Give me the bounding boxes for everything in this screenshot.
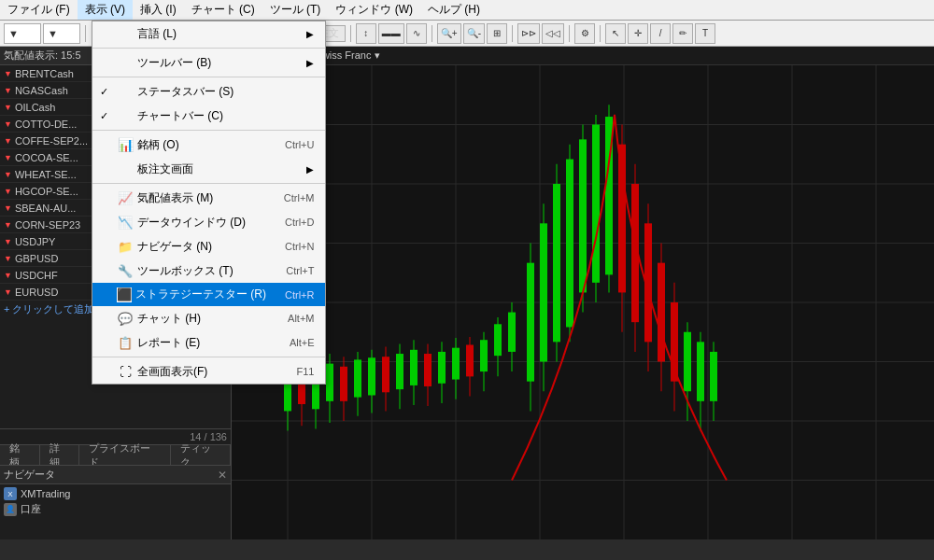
shortcut-label: Alt+M [288,313,314,324]
strategy-tester-icon: ⬛ [117,287,132,302]
menu-item-label: レポート (E) [137,335,271,351]
menu-datawindow[interactable]: 📉 データウインドウ (D) Ctrl+D [92,210,325,234]
menu-item-icon: 📁 [117,238,134,255]
menu-item-label: 銘柄 (O) [137,137,266,153]
menu-item-icon: 📉 [117,214,134,231]
menu-statusbar[interactable]: ✓ ステータスバー (S) [92,79,325,104]
shortcut-label: Ctrl+D [285,217,314,228]
menu-item-label: チャット (H) [137,311,269,327]
shortcut-label: Ctrl+U [285,139,314,150]
menu-orderbook[interactable]: 板注文画面 ▶ [92,157,325,181]
shortcut-label: Alt+E [290,337,315,348]
chat-icon: 💬 [117,310,134,327]
menu-item-label: ツールバー (B) [137,55,303,71]
menu-chartbar[interactable]: ✓ チャートバー (C) [92,104,325,128]
menu-separator [92,48,325,49]
menu-marketwatch[interactable]: 📈 気配値表示 (M) Ctrl+M [92,186,325,210]
shortcut-label: Ctrl+T [286,265,314,276]
menu-instruments[interactable]: 📊 銘柄 (O) Ctrl+U [92,133,325,157]
check-icon: ✓ [100,86,115,98]
menu-item-label: ナビゲータ (N) [137,239,266,255]
menu-item-label: 板注文画面 [137,161,303,177]
menu-item-label: チャートバー (C) [137,108,314,124]
menu-item-label: ステータスバー (S) [137,84,314,100]
menu-toolbox[interactable]: 🔧 ツールボックス (T) Ctrl+T [92,259,325,283]
submenu-arrow-icon: ▶ [306,164,314,175]
menu-item-label: 言語 (L) [137,26,303,42]
menu-navigator[interactable]: 📁 ナビゲータ (N) Ctrl+N [92,234,325,259]
menu-separator [92,130,325,131]
menu-item-icon [117,161,134,177]
check-icon: ✓ [100,110,115,122]
menu-item-icon: 🔧 [117,262,134,279]
fullscreen-icon: ⛶ [117,363,134,380]
shortcut-label: F11 [297,366,315,377]
menu-item-label: ストラテジーテスター (R) [135,287,266,302]
report-icon: 📋 [117,334,134,351]
menu-separator [92,183,325,184]
menu-separator [92,357,325,357]
dropdown-overlay: 言語 (L) ▶ ツールバー (B) ▶ ✓ ステータスバー (S) ✓ チャー… [0,0,934,560]
view-dropdown-menu: 言語 (L) ▶ ツールバー (B) ▶ ✓ ステータスバー (S) ✓ チャー… [92,21,326,385]
menu-item-icon [117,25,134,42]
menu-item-icon [117,83,134,100]
shortcut-label: Ctrl+N [285,241,314,252]
menu-item-icon [117,107,134,124]
menu-item-icon [117,54,134,71]
menu-item-label: ツールボックス (T) [137,263,267,279]
shortcut-label: Ctrl+R [285,289,314,301]
menu-fullscreen[interactable]: ⛶ 全画面表示(F) F11 [92,359,325,384]
menu-language[interactable]: 言語 (L) ▶ [92,21,325,46]
submenu-arrow-icon: ▶ [306,58,314,68]
menu-item-label: データウインドウ (D) [137,215,266,231]
menu-item-icon: 📊 [117,136,134,153]
menu-report[interactable]: 📋 レポート (E) Alt+E [92,330,325,355]
menu-toolbar[interactable]: ツールバー (B) ▶ [92,50,325,75]
shortcut-label: Ctrl+M [284,192,315,203]
menu-chat[interactable]: 💬 チャット (H) Alt+M [92,306,325,330]
menu-separator [92,77,325,77]
submenu-arrow-icon: ▶ [306,29,314,39]
menu-strategy-tester[interactable]: ⬛ ストラテジーテスター (R) Ctrl+R [92,283,325,306]
menu-item-label: 気配値表示 (M) [137,190,265,206]
menu-item-label: 全画面表示(F) [137,364,278,380]
menu-item-icon: 📈 [117,189,134,206]
